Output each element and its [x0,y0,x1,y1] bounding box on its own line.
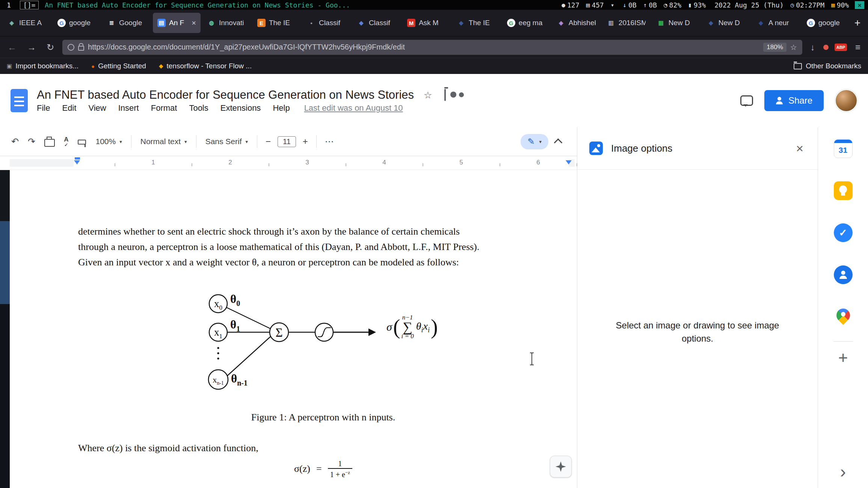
browser-tab[interactable]: ≣ Google [103,13,151,33]
close-panel-icon[interactable]: × [794,141,806,156]
move-to-folder-icon[interactable] [442,89,448,101]
body-paragraph[interactable]: determines whether to sent an electric s… [78,224,568,270]
zoom-select[interactable]: 100% ▾ [93,136,125,148]
panel-body: Select an image or drawing to see image … [577,170,818,488]
sigmoid-intro-line[interactable]: Where σ(z) is the sigmoid activation fun… [78,443,568,454]
more-toolbar-options-button[interactable]: ⋯ [323,136,336,147]
first-line-indent-marker[interactable] [75,157,80,160]
collapse-toolbar-icon[interactable] [554,139,563,147]
editing-mode-select[interactable]: ✎ ▾ [521,134,548,149]
maps-app-icon[interactable] [834,307,853,326]
add-addon-button[interactable]: + [836,349,850,366]
menu-item[interactable]: View [88,103,106,113]
menu-item[interactable]: Help [273,103,290,113]
downloads-button[interactable]: ↓ [808,42,817,53]
paragraph-style-select[interactable]: Normal text ▾ [137,136,190,148]
browser-tab[interactable]: ▤ An F × [153,13,201,33]
browser-tab[interactable]: ◈ Abhishek [553,13,600,33]
menu-item[interactable]: Tools [189,103,208,113]
menu-item[interactable]: Extensions [220,103,261,113]
new-tab-button[interactable]: + [850,17,865,29]
browser-tab[interactable]: M Ask M [403,13,450,33]
account-avatar[interactable] [835,89,857,112]
other-bookmarks-button[interactable]: Other Bookmarks [794,62,861,70]
site-info-icon[interactable] [68,44,74,51]
browser-tab[interactable]: ▦ New D [652,13,700,33]
docs-header-right: Share [740,89,857,112]
hide-side-panel-button[interactable]: › [838,462,848,480]
calendar-app-icon[interactable]: 31 [834,139,853,158]
forward-button[interactable]: → [25,42,38,53]
browser-tab[interactable]: G google [802,13,850,33]
comments-icon[interactable] [740,95,753,106]
print-button[interactable] [42,136,57,147]
reload-button[interactable]: ↻ [44,42,56,53]
docs-toolbar: ↶ ↷ A ✓ 100% ▾ Normal text ▾ [0,127,577,156]
explore-button[interactable] [550,456,572,477]
redo-button[interactable]: ↷ [26,136,38,147]
docs-logo-icon[interactable] [11,89,28,112]
page-content[interactable]: determines whether to sent an electric s… [78,224,568,479]
browser-tab[interactable]: G google [53,13,101,33]
weight-label: θn-1 [231,372,248,387]
document-canvas[interactable]: determines whether to sent an electric s… [0,170,577,488]
left-indent-marker[interactable] [74,160,80,164]
ruler[interactable]: 123456 [0,156,577,170]
close-window-button[interactable]: × [855,1,864,9]
tab-close-icon[interactable]: × [192,19,196,27]
sigmoid-formula[interactable]: σ(z) = 1 1 + e−z [78,459,568,479]
star-document-icon[interactable]: ☆ [421,89,434,101]
font-size-value[interactable]: 11 [278,136,296,147]
bookmark-item[interactable]: ◆ tensorflow - Tensor Flow ... [159,62,252,70]
tab-favicon: ▥ [607,19,615,27]
browser-tab[interactable]: ▥ 2016ISM [602,13,650,33]
browser-tab[interactable]: E The IE [253,13,300,33]
keep-app-icon[interactable] [834,181,853,200]
decrease-font-size-button[interactable]: − [263,136,273,147]
desktop-edge-strip [0,170,10,488]
figure-caption[interactable]: Figure 1: A perceptron with n inputs. [78,412,568,423]
app-menu-button[interactable]: ≡ [853,42,863,53]
undo-button[interactable]: ↶ [9,136,21,147]
tray-label: 02:27PM [796,1,824,9]
browser-nav-bar: ← → ↻ https://docs.google.com/document/d… [0,36,868,58]
rail-divider [833,341,853,342]
window-title: An FNET based Auto Encoder for Sequence … [45,1,350,9]
back-button[interactable]: ← [5,42,19,53]
font-family-select[interactable]: Sans Serif ▾ [202,136,251,148]
browser-tab[interactable]: ◈ IEEE A [3,13,51,33]
browser-tab[interactable]: ▪ Classif [303,13,350,33]
tasks-app-icon[interactable]: ✓ [834,223,853,242]
page-zoom-badge[interactable]: 180% [763,43,786,52]
contacts-app-icon[interactable] [834,265,853,284]
browser-tab[interactable]: ◆ Classif [353,13,400,33]
fraction: 1 1 + e−z [328,459,352,479]
browser-tab[interactable]: ◆ New D [702,13,750,33]
tray-icon: ↑ [643,2,647,9]
menu-item[interactable]: Edit [62,103,76,113]
doc-title[interactable]: An FNET based Auto Encoder for Sequence … [37,88,414,102]
tab-label: Ask M [419,19,446,27]
browser-tab[interactable]: G eeg ma [503,13,550,33]
bookmark-item[interactable]: ● Getting Started [91,62,146,70]
url-bar[interactable]: https://docs.google.com/document/d/1Y_ap… [62,40,802,55]
share-button[interactable]: Share [764,90,824,111]
workspace-indicator[interactable]: 1 [4,1,14,9]
paint-format-button[interactable] [75,139,88,145]
spelling-check-button[interactable]: A ✓ [62,136,71,148]
last-edit-link[interactable]: Last edit was on August 10 [304,103,403,113]
browser-tab[interactable]: ◆ The IE [453,13,500,33]
increase-font-size-button[interactable]: + [300,136,310,147]
browser-tab[interactable]: ◆ A neur [752,13,800,33]
menu-item[interactable]: Insert [118,103,139,113]
menu-item[interactable]: File [37,103,50,113]
share-label: Share [788,95,812,106]
bookmark-star-icon[interactable]: ☆ [790,43,797,52]
adblock-extension-icon[interactable]: ABP [835,44,847,51]
menu-item[interactable]: Format [151,103,177,113]
browser-tab[interactable]: ◍ Innovati [203,13,251,33]
document-status-cloud-icon[interactable] [456,95,460,95]
url-text[interactable]: https://docs.google.com/document/d/1Y_ap… [88,43,759,51]
perceptron-figure[interactable]: x0 x1 xn-1 θ0 [205,290,568,399]
bookmark-item[interactable]: ▣ Import bookmarks... [7,62,78,70]
